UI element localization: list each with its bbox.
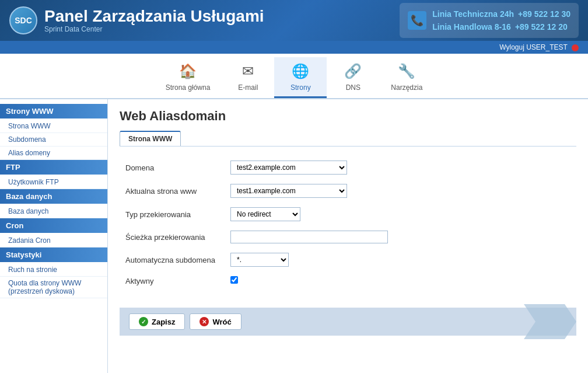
form-row-sciezka: Ścieżka przekierowania bbox=[120, 226, 576, 248]
phone-number2: +89 522 12 20 bbox=[515, 22, 568, 32]
nav-label-strony: Strony bbox=[290, 83, 311, 92]
arrow-decoration bbox=[518, 308, 576, 336]
aktualna-select[interactable]: test1.example.com bbox=[230, 184, 347, 198]
phone-number1: +89 522 12 30 bbox=[518, 9, 570, 19]
strony-icon: 🌐 bbox=[290, 61, 311, 82]
main-nav: 🏠 Strona główna ✉ E-mail 🌐 Strony 🔗 DNS … bbox=[0, 54, 588, 99]
form-row-aktualna: Aktualna strona www test1.example.com bbox=[120, 179, 576, 203]
aktywny-label: Aktywny bbox=[120, 271, 225, 290]
nav-item-dns[interactable]: 🔗 DNS bbox=[327, 57, 379, 98]
page-header: SDC Panel Zarządzania Usługami Sprint Da… bbox=[0, 0, 588, 41]
sidebar-item-uzytkownik-ftp[interactable]: Użytkownik FTP bbox=[0, 176, 107, 189]
auto-sub-label: Automatyczna subdomena bbox=[120, 248, 225, 271]
nav-label-narzedzia: Narzędzia bbox=[391, 83, 422, 92]
phone-label2: Linia Handlowa 8-16 bbox=[432, 22, 511, 32]
form-row-domena: Domena test2.example.com bbox=[120, 156, 576, 179]
email-icon: ✉ bbox=[237, 61, 258, 82]
logout-label: Wyloguj USER_TEST bbox=[499, 43, 567, 51]
nav-label-dns: DNS bbox=[346, 83, 360, 92]
typ-select[interactable]: No redirect redirect bbox=[230, 207, 300, 221]
back-label: Wróć bbox=[212, 318, 231, 326]
aktualna-row: test1.example.com bbox=[230, 184, 570, 198]
back-icon: ✕ bbox=[200, 317, 209, 326]
tab-strona-www[interactable]: Strona WWW bbox=[120, 131, 181, 146]
sidebar-section-statystyki: Statystyki bbox=[0, 247, 107, 262]
phone-details: Linia Techniczna 24h +89 522 12 30 Linia… bbox=[432, 8, 570, 34]
sidebar-item-zadania-cron[interactable]: Zadania Cron bbox=[0, 234, 107, 247]
sidebar-section-ftp: FTP bbox=[0, 160, 107, 175]
top-bar: Wyloguj USER_TEST bbox=[0, 41, 588, 54]
nav-label-home: Strona główna bbox=[166, 83, 211, 92]
domena-select[interactable]: test2.example.com bbox=[230, 161, 347, 175]
typ-row: No redirect redirect bbox=[230, 207, 570, 221]
nav-item-narzedzia[interactable]: 🔧 Narzędzia bbox=[379, 57, 434, 98]
logout-button[interactable]: Wyloguj USER_TEST bbox=[499, 43, 579, 51]
phone-label1: Linia Techniczna 24h bbox=[432, 9, 514, 19]
sidebar-item-alias-domeny[interactable]: Alias domeny bbox=[0, 147, 107, 160]
form-row-auto-sub: Automatyczna subdomena *. bbox=[120, 248, 576, 271]
sciezka-input[interactable] bbox=[230, 231, 388, 243]
nav-label-email: E-mail bbox=[238, 83, 258, 92]
narzedzia-icon: 🔧 bbox=[396, 61, 417, 82]
panel-subtitle: Sprint Data Center bbox=[44, 25, 264, 33]
save-label: Zapisz bbox=[152, 318, 175, 326]
nav-item-home[interactable]: 🏠 Strona główna bbox=[154, 57, 222, 98]
dns-icon: 🔗 bbox=[342, 61, 363, 82]
form-row-aktywny: Aktywny bbox=[120, 271, 576, 290]
arrow-svg bbox=[518, 304, 576, 339]
form-row-typ: Typ przekierowania No redirect redirect bbox=[120, 203, 576, 226]
save-icon: ✓ bbox=[139, 317, 148, 326]
nav-item-strony[interactable]: 🌐 Strony bbox=[274, 57, 327, 98]
main-content: Web Aliasdomain Strona WWW Domena test2.… bbox=[108, 99, 588, 373]
header-title: Panel Zarządzania Usługami Sprint Data C… bbox=[44, 8, 264, 34]
typ-label: Typ przekierowania bbox=[120, 203, 225, 226]
aktualna-label: Aktualna strona www bbox=[120, 179, 225, 203]
panel-title: Panel Zarządzania Usługami bbox=[44, 8, 264, 26]
sidebar: Strony WWW Strona WWW Subdomena Alias do… bbox=[0, 99, 108, 373]
sidebar-section-strony: Strony WWW bbox=[0, 104, 107, 118]
sidebar-item-subdomena[interactable]: Subdomena bbox=[0, 133, 107, 147]
phone-icon: 📞 bbox=[408, 11, 426, 30]
svg-marker-0 bbox=[524, 304, 576, 339]
sidebar-section-cron: Cron bbox=[0, 218, 107, 233]
header-left: SDC Panel Zarządzania Usługami Sprint Da… bbox=[9, 6, 264, 34]
domena-label: Domena bbox=[120, 156, 225, 179]
action-area: ✓ Zapisz ✕ Wróć bbox=[120, 308, 576, 336]
tab-bar: Strona WWW bbox=[120, 131, 576, 147]
back-button[interactable]: ✕ Wróć bbox=[190, 313, 241, 330]
home-icon: 🏠 bbox=[177, 61, 198, 82]
save-button[interactable]: ✓ Zapisz bbox=[129, 313, 185, 330]
auto-sub-row: *. bbox=[230, 253, 570, 267]
logo: SDC bbox=[9, 6, 37, 34]
aktywny-checkbox[interactable] bbox=[230, 276, 238, 284]
sciezka-label: Ścieżka przekierowania bbox=[120, 226, 225, 248]
contact-info: 📞 Linia Techniczna 24h +89 522 12 30 Lin… bbox=[400, 3, 579, 39]
sidebar-item-strona-www[interactable]: Strona WWW bbox=[0, 120, 107, 133]
nav-item-email[interactable]: ✉ E-mail bbox=[222, 57, 274, 98]
main-layout: Strony WWW Strona WWW Subdomena Alias do… bbox=[0, 99, 588, 373]
sidebar-section-baza: Baza danych bbox=[0, 189, 107, 204]
domena-row: test2.example.com bbox=[230, 161, 570, 175]
sidebar-item-quota[interactable]: Quota dla strony WWW (przestrzeń dyskowa… bbox=[0, 277, 107, 298]
page-title: Web Aliasdomain bbox=[120, 109, 576, 124]
sidebar-item-ruch[interactable]: Ruch na stronie bbox=[0, 263, 107, 277]
auto-sub-select[interactable]: *. bbox=[230, 253, 289, 267]
form-table: Domena test2.example.com Aktualna strona… bbox=[120, 156, 576, 290]
logout-icon bbox=[572, 44, 579, 51]
sidebar-item-baza-danych[interactable]: Baza danych bbox=[0, 205, 107, 218]
